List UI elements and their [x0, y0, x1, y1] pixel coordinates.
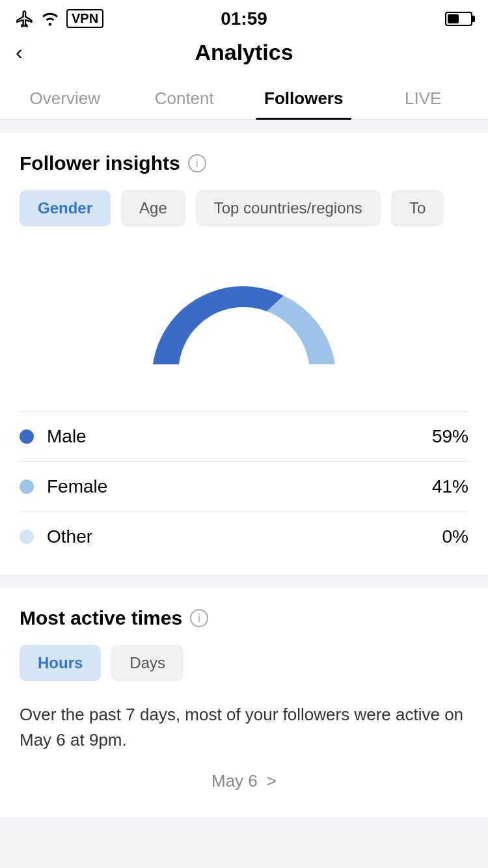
most-active-times-title: Most active times i	[20, 607, 468, 629]
tab-bar: Overview Content Followers LIVE	[0, 75, 488, 120]
tab-followers[interactable]: Followers	[244, 75, 364, 119]
tab-live[interactable]: LIVE	[364, 75, 483, 119]
other-value: 0%	[442, 526, 468, 547]
active-times-filter-row: Hours Days	[20, 645, 468, 681]
tab-overview[interactable]: Overview	[5, 75, 125, 119]
filter-days[interactable]: Days	[111, 645, 183, 681]
status-time: 01:59	[221, 8, 267, 29]
page-title: Analytics	[195, 40, 293, 65]
most-active-info-icon[interactable]: i	[190, 609, 208, 627]
may-label: May 6	[211, 771, 258, 791]
filter-countries[interactable]: Top countries/regions	[196, 190, 381, 226]
filter-to[interactable]: To	[391, 190, 444, 226]
may-footer: May 6 >	[20, 753, 468, 804]
filter-row: Gender Age Top countries/regions To	[20, 190, 468, 226]
follower-insights-title: Follower insights i	[20, 152, 468, 174]
most-active-times-card: Most active times i Hours Days Over the …	[0, 588, 488, 817]
status-bar: VPN 01:59	[0, 0, 488, 33]
may-chevron-icon[interactable]: >	[267, 771, 277, 791]
follower-insights-card: Follower insights i Gender Age Top count…	[0, 133, 488, 575]
female-value: 41%	[432, 476, 468, 497]
status-left-icons: VPN	[16, 9, 103, 28]
gender-chart	[20, 247, 468, 390]
section-gap-top	[0, 120, 488, 133]
legend-female: Female 41%	[20, 461, 468, 511]
vpn-label: VPN	[66, 9, 103, 28]
legend-other: Other 0%	[20, 511, 468, 562]
battery-indicator	[445, 12, 472, 26]
section-gap-middle	[0, 575, 488, 588]
male-label: Male	[47, 426, 432, 447]
follower-insights-info-icon[interactable]: i	[188, 154, 206, 172]
nav-header: ‹ Analytics	[0, 33, 488, 75]
male-value: 59%	[432, 426, 468, 447]
tab-content[interactable]: Content	[125, 75, 245, 119]
female-label: Female	[47, 476, 432, 497]
filter-hours[interactable]: Hours	[20, 645, 101, 681]
gender-legend: Male 59% Female 41% Other 0%	[20, 411, 468, 562]
active-times-description: Over the past 7 days, most of your follo…	[20, 702, 468, 753]
airplane-icon	[16, 10, 34, 28]
wifi-icon	[40, 11, 60, 27]
other-dot	[20, 530, 34, 544]
filter-age[interactable]: Age	[121, 190, 185, 226]
other-label: Other	[47, 526, 442, 547]
filter-gender[interactable]: Gender	[20, 190, 111, 226]
female-dot	[20, 480, 34, 494]
back-button[interactable]: ‹	[16, 40, 23, 64]
male-dot	[20, 429, 34, 444]
legend-male: Male 59%	[20, 411, 468, 461]
